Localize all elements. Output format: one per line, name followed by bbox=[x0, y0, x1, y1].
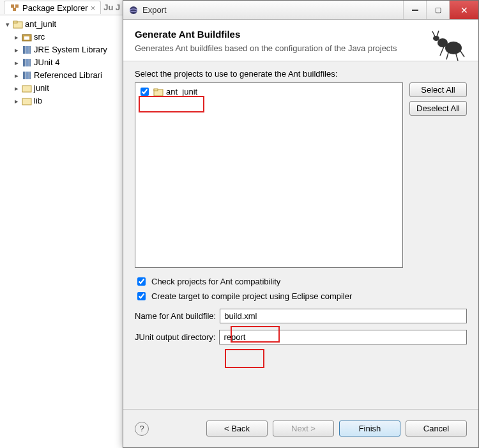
ant-icon bbox=[431, 29, 467, 61]
next-button: Next > bbox=[273, 421, 334, 436]
tree-label: JUnit 4 bbox=[34, 57, 59, 68]
svg-rect-11 bbox=[26, 59, 29, 66]
dialog-body: Select the projects to use to generate t… bbox=[123, 61, 478, 352]
svg-point-21 bbox=[437, 38, 448, 47]
junit-dir-input[interactable] bbox=[219, 330, 467, 344]
close-button[interactable]: ✕ bbox=[449, 1, 478, 19]
svg-rect-0 bbox=[11, 4, 14, 8]
project-row[interactable]: ant_junit bbox=[138, 86, 400, 98]
project-checkbox[interactable] bbox=[141, 88, 149, 96]
check-compile-label: Create target to compile project using E… bbox=[151, 291, 352, 301]
buildfile-name-input[interactable] bbox=[220, 309, 467, 323]
svg-rect-6 bbox=[24, 36, 29, 40]
export-dialog: Export ▢ ✕ Generate Ant Buildfiles Gener… bbox=[123, 0, 479, 448]
finish-button[interactable]: Finish bbox=[339, 421, 400, 436]
project-icon bbox=[13, 19, 23, 29]
svg-point-22 bbox=[433, 36, 439, 41]
dialog-title: Export bbox=[142, 5, 403, 15]
svg-rect-14 bbox=[26, 72, 29, 79]
tree-label: Referenced Librari bbox=[34, 70, 102, 81]
project-name: ant_junit bbox=[166, 87, 197, 97]
cancel-button[interactable]: Cancel bbox=[406, 421, 467, 436]
select-projects-label: Select the projects to use to generate t… bbox=[135, 69, 467, 79]
library-icon bbox=[22, 70, 32, 81]
svg-rect-10 bbox=[23, 59, 26, 66]
projects-list[interactable]: ant_junit bbox=[135, 82, 403, 268]
back-button[interactable]: < Back bbox=[206, 421, 268, 436]
tree-label: lib bbox=[34, 95, 42, 107]
svg-rect-24 bbox=[154, 89, 158, 91]
folder-icon bbox=[22, 83, 32, 93]
header-description: Generates Ant buildfiles based on the co… bbox=[135, 43, 403, 53]
svg-rect-17 bbox=[22, 98, 31, 105]
expand-icon[interactable]: ▸ bbox=[13, 57, 20, 68]
package-explorer-tab[interactable]: Package Explorer × bbox=[4, 1, 101, 14]
dialog-title-bar[interactable]: Export ▢ ✕ bbox=[123, 1, 478, 20]
svg-rect-1 bbox=[15, 4, 19, 8]
library-icon bbox=[22, 58, 32, 68]
help-button[interactable]: ? bbox=[135, 422, 149, 436]
tree-label: ant_junit bbox=[25, 19, 56, 30]
svg-rect-15 bbox=[29, 72, 31, 79]
expand-icon[interactable]: ▸ bbox=[13, 95, 20, 107]
junit-dir-label: JUnit output directory: bbox=[135, 332, 215, 342]
svg-rect-9 bbox=[29, 46, 31, 54]
package-icon bbox=[10, 3, 20, 13]
deselect-all-button[interactable]: Deselect All bbox=[409, 101, 467, 116]
tree-label: src bbox=[34, 31, 45, 43]
minimize-button[interactable] bbox=[403, 1, 426, 19]
expand-icon[interactable]: ▸ bbox=[13, 70, 20, 81]
collapse-icon[interactable]: ▾ bbox=[4, 19, 11, 30]
tree-label: junit bbox=[34, 82, 49, 94]
dialog-header: Generate Ant Buildfiles Generates Ant bu… bbox=[123, 20, 478, 61]
svg-rect-16 bbox=[22, 86, 31, 92]
dialog-footer: ? < Back Next > Finish Cancel bbox=[123, 409, 478, 447]
tree-label: JRE System Library bbox=[34, 44, 107, 56]
project-icon bbox=[153, 87, 163, 97]
window-buttons: ▢ ✕ bbox=[403, 1, 478, 19]
svg-point-18 bbox=[130, 6, 137, 14]
svg-rect-7 bbox=[23, 46, 26, 54]
svg-rect-13 bbox=[23, 72, 26, 79]
select-all-button[interactable]: Select All bbox=[409, 82, 467, 97]
header-title: Generate Ant Buildfiles bbox=[135, 29, 467, 40]
folder-icon bbox=[22, 96, 32, 106]
tab-close-icon[interactable]: × bbox=[91, 3, 96, 13]
maximize-button[interactable]: ▢ bbox=[426, 1, 449, 19]
svg-rect-8 bbox=[26, 46, 29, 54]
svg-rect-4 bbox=[13, 21, 17, 23]
check-compat-label: Check projects for Ant compatibility bbox=[151, 277, 280, 286]
other-tab-stub[interactable]: Ju J bbox=[103, 3, 120, 12]
expand-icon[interactable]: ▸ bbox=[13, 82, 20, 94]
svg-rect-2 bbox=[13, 8, 16, 11]
tab-label: Package Explorer bbox=[22, 3, 88, 13]
eclipse-icon bbox=[128, 5, 139, 15]
expand-icon[interactable]: ▸ bbox=[13, 31, 20, 43]
buildfile-name-label: Name for Ant buildfile: bbox=[135, 311, 216, 321]
svg-rect-12 bbox=[29, 59, 31, 66]
check-compat-checkbox[interactable] bbox=[137, 277, 146, 286]
check-compile-checkbox[interactable] bbox=[137, 292, 146, 300]
expand-icon[interactable]: ▸ bbox=[13, 44, 20, 56]
source-folder-icon bbox=[22, 32, 32, 42]
library-icon bbox=[22, 45, 32, 55]
